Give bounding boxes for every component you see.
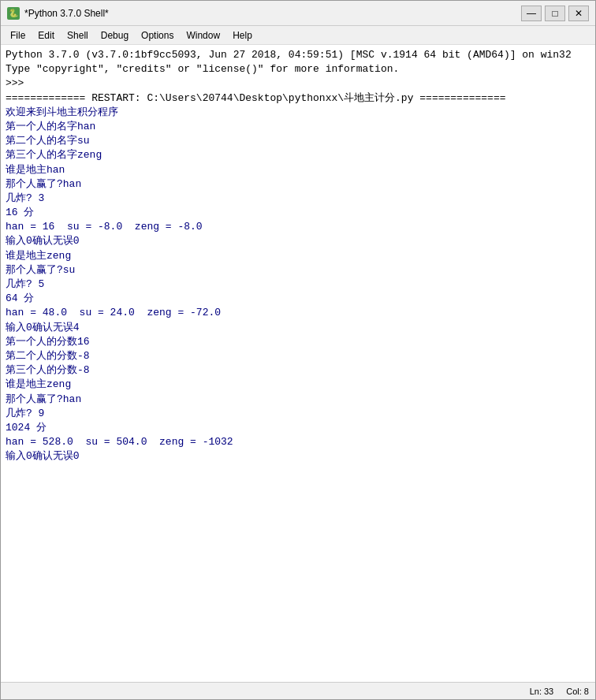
menu-item-help[interactable]: Help <box>226 28 259 43</box>
shell-line: ============= RESTART: C:\Users\20744\De… <box>6 91 590 106</box>
window-title: *Python 3.7.0 Shell* <box>24 8 109 19</box>
shell-line: 谁是地主zeng <box>6 249 590 263</box>
shell-line: Python 3.7.0 (v3.7.0:1bf9cc5093, Jun 27 … <box>6 48 590 62</box>
menu-item-file[interactable]: File <box>4 28 32 43</box>
shell-line: 几炸? 9 <box>6 407 590 421</box>
shell-line: 64 分 <box>6 292 590 306</box>
minimize-button[interactable]: — <box>521 6 542 21</box>
shell-line: 第一个人的名字han <box>6 120 590 134</box>
shell-output[interactable]: Python 3.7.0 (v3.7.0:1bf9cc5093, Jun 27 … <box>1 45 595 682</box>
menu-item-edit[interactable]: Edit <box>32 28 61 43</box>
shell-line: han = 48.0 su = 24.0 zeng = -72.0 <box>6 306 590 320</box>
shell-line: >>> <box>6 76 590 91</box>
shell-line: 第三个人的名字zeng <box>6 148 590 162</box>
shell-line: 欢迎来到斗地主积分程序 <box>6 106 590 120</box>
status-bar: Ln: 33 Col: 8 <box>1 682 595 699</box>
menu-bar: FileEditShellDebugOptionsWindowHelp <box>1 26 595 45</box>
shell-line: 16 分 <box>6 206 590 220</box>
shell-line: Type "copyright", "credits" or "license(… <box>6 62 590 76</box>
title-bar: 🐍 *Python 3.7.0 Shell* — □ ✕ <box>1 1 595 26</box>
title-buttons: — □ ✕ <box>521 6 589 21</box>
maximize-button[interactable]: □ <box>545 6 565 21</box>
shell-line: 第二个人的分数-8 <box>6 349 590 363</box>
menu-item-window[interactable]: Window <box>180 28 226 43</box>
close-button[interactable]: ✕ <box>568 6 589 21</box>
shell-line: 几炸? 3 <box>6 192 590 206</box>
shell-line: 几炸? 5 <box>6 277 590 292</box>
shell-line: 那个人赢了?han <box>6 393 590 407</box>
menu-item-options[interactable]: Options <box>135 28 180 43</box>
shell-line: 1024 分 <box>6 421 590 435</box>
shell-line: 输入0确认无误4 <box>6 321 590 335</box>
shell-line: 输入0确认无误0 <box>6 234 590 248</box>
shell-line: 谁是地主zeng <box>6 378 590 392</box>
shell-line: han = 16 su = -8.0 zeng = -8.0 <box>6 220 590 234</box>
shell-line: han = 528.0 su = 504.0 zeng = -1032 <box>6 435 590 449</box>
col-number: Col: 8 <box>566 687 589 696</box>
app-icon: 🐍 <box>7 7 20 20</box>
shell-line: 第三个人的分数-8 <box>6 363 590 378</box>
shell-line: 那个人赢了?han <box>6 177 590 192</box>
title-bar-left: 🐍 *Python 3.7.0 Shell* <box>7 7 109 20</box>
menu-item-shell[interactable]: Shell <box>61 28 95 43</box>
shell-line: 输入0确认无误0 <box>6 449 590 464</box>
menu-item-debug[interactable]: Debug <box>95 28 135 43</box>
shell-line: 第二个人的名字su <box>6 134 590 148</box>
shell-line: 谁是地主han <box>6 163 590 177</box>
shell-line: 第一个人的分数16 <box>6 335 590 349</box>
line-number: Ln: 33 <box>530 687 554 696</box>
main-window: 🐍 *Python 3.7.0 Shell* — □ ✕ FileEditShe… <box>0 0 596 700</box>
shell-line: 那个人赢了?su <box>6 263 590 277</box>
